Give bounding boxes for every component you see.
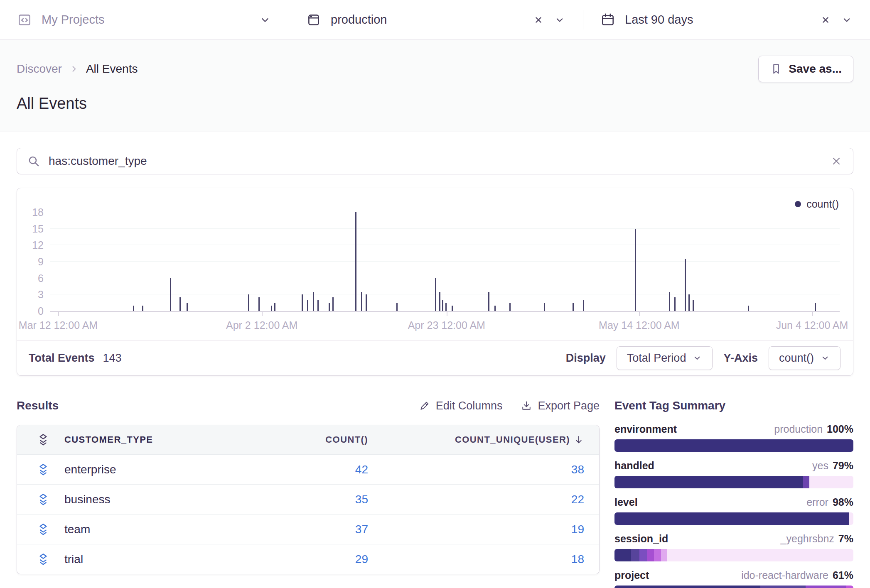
tag-top-value: error [806, 496, 828, 508]
yaxis-dropdown[interactable]: count() [769, 346, 841, 370]
chart-bar [361, 292, 362, 311]
chevron-down-icon[interactable] [554, 14, 565, 26]
column-header-customer-type[interactable]: CUSTOMER_TYPE [54, 434, 215, 445]
count-value-link[interactable]: 37 [355, 523, 368, 536]
tag-bar-segment [639, 549, 646, 561]
edit-columns-button[interactable]: Edit Columns [419, 399, 503, 412]
page-header: Discover All Events Save as... All Event… [0, 40, 870, 132]
row-stack-cell[interactable] [17, 463, 54, 477]
count-unique-user-value-link[interactable]: 19 [571, 523, 584, 536]
count-value-link[interactable]: 42 [355, 463, 368, 476]
tag-distribution-bar[interactable] [614, 512, 853, 525]
tag-distribution-bar[interactable] [614, 586, 853, 588]
chart-bar [442, 300, 443, 311]
chart-bar [435, 278, 436, 311]
save-as-button[interactable]: Save as... [758, 56, 853, 82]
results-heading: Results [17, 399, 59, 412]
count-unique-user-value-link[interactable]: 18 [571, 553, 584, 566]
count-unique-user-value-link[interactable]: 22 [571, 493, 584, 506]
chevron-down-icon[interactable] [259, 14, 271, 26]
x-axis-tick [262, 312, 263, 316]
breadcrumb-current: All Events [86, 62, 138, 76]
tag-top-value: production [774, 423, 823, 435]
column-header-count[interactable]: COUNT() [215, 434, 368, 445]
clear-search-icon[interactable] [830, 154, 843, 168]
chart-bar [688, 294, 690, 311]
count-value-link[interactable]: 35 [355, 493, 368, 506]
date-range-selector[interactable]: Last 90 days [583, 0, 870, 39]
chart-bar [488, 292, 489, 311]
search-icon [27, 154, 40, 168]
count-cell: 42 [215, 463, 368, 476]
yaxis-label: Y-Axis [723, 352, 758, 365]
tag-bar-segment [614, 476, 803, 488]
count-unique-user-cell: 18 [368, 553, 599, 566]
tag-top-percent: 100% [827, 423, 853, 435]
chevron-down-icon[interactable] [841, 14, 853, 26]
sort-desc-icon [573, 434, 584, 445]
chart-bar [748, 306, 749, 311]
row-stack-cell[interactable] [17, 492, 54, 507]
chart-bar [187, 303, 188, 311]
chart-bar [271, 306, 272, 311]
tag-bar-segment [647, 549, 654, 561]
tag-name: environment [614, 423, 677, 435]
breadcrumb-discover[interactable]: Discover [17, 62, 62, 76]
pencil-icon [419, 400, 430, 412]
row-stack-cell[interactable] [17, 552, 54, 566]
y-axis-tick-label: 3 [20, 289, 44, 300]
y-axis-tick-label: 12 [20, 239, 44, 251]
chart-bar [170, 278, 171, 311]
tag-bar-segment [631, 549, 639, 561]
tag-top-percent: 61% [833, 569, 853, 581]
column-header-count-unique-user[interactable]: COUNT_UNIQUE(USER) [368, 434, 599, 445]
total-events-label: Total Events [29, 352, 95, 365]
count-unique-user-value-link[interactable]: 38 [571, 463, 584, 476]
customer-type-cell: team [54, 523, 215, 536]
chart-bar [509, 303, 511, 311]
row-stack-cell[interactable] [17, 522, 54, 537]
tag-name: level [614, 496, 638, 508]
chart-footer: Total Events 143 Display Total Period Y-… [17, 340, 853, 375]
project-selector[interactable]: My Projects [0, 0, 289, 39]
x-axis-line [50, 311, 840, 312]
tag-bar-segment [614, 512, 849, 525]
count-cell: 37 [215, 523, 368, 536]
customer-type-cell: enterprise [54, 463, 215, 476]
legend-dot-icon [795, 201, 801, 207]
tag-distribution-bar[interactable] [614, 476, 853, 488]
chart-plot: 0369121518Mar 12 12:00 AMApr 2 12:00 AMA… [50, 212, 840, 311]
tag-distribution-bar[interactable] [614, 439, 853, 452]
tag-top-value: yes [812, 460, 828, 471]
tag-name: project [614, 569, 649, 581]
count-cell: 35 [215, 493, 368, 506]
search-input[interactable] [49, 154, 821, 168]
chart-bar [366, 294, 367, 311]
tag-bar-segment [803, 476, 809, 488]
chart-bar [332, 297, 334, 311]
gridline [50, 278, 840, 278]
display-dropdown[interactable]: Total Period [617, 346, 713, 370]
environment-selector[interactable]: production [289, 0, 583, 39]
tag-label-row: environmentproduction100% [614, 423, 853, 435]
display-dropdown-value: Total Period [627, 352, 686, 365]
tag-bar-segment [614, 549, 631, 561]
chart-bar [544, 303, 545, 311]
chart-legend-count[interactable]: count() [795, 198, 839, 210]
tag-top-value-group: _yeghrsbnz7% [781, 533, 853, 545]
clear-date-icon[interactable] [819, 14, 832, 26]
export-page-button[interactable]: Export Page [521, 399, 600, 412]
count-unique-user-cell: 38 [368, 463, 599, 476]
stack-icon [36, 433, 50, 447]
x-axis-tick-label: Apr 23 12:00 AM [408, 319, 485, 331]
count-value-link[interactable]: 29 [355, 553, 368, 566]
table-row: business3522 [17, 484, 599, 514]
tag-summary-list: environmentproduction100%handledyes79%le… [614, 423, 853, 588]
table-row: team3719 [17, 514, 599, 544]
tag-bar-segment [760, 586, 806, 588]
chart-bar [573, 303, 574, 311]
breadcrumb: Discover All Events [17, 56, 138, 76]
tag-distribution-bar[interactable] [614, 549, 853, 561]
clear-environment-icon[interactable] [532, 14, 545, 26]
chart-bar [583, 300, 584, 311]
